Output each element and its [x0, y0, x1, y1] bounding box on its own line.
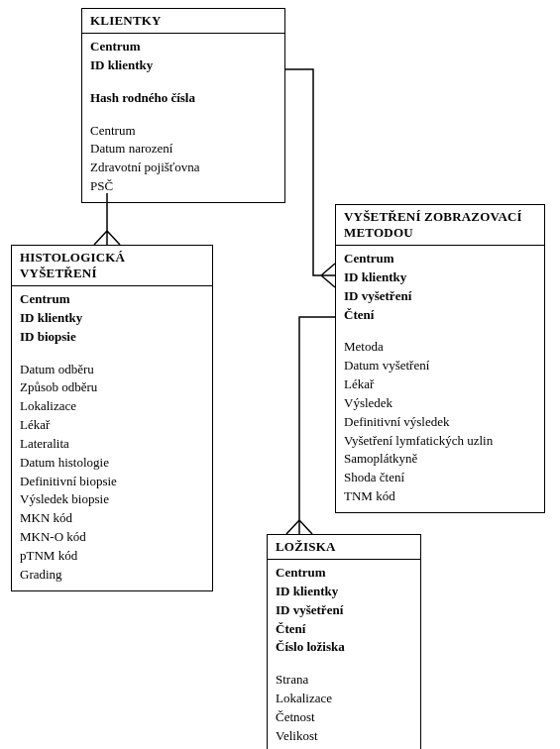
attr-field: Datum vyšetření: [344, 357, 536, 375]
attr-field: Četnost: [276, 708, 412, 727]
key-field: Čtení: [276, 620, 412, 639]
attr-field: Datum narození: [90, 140, 277, 159]
er-diagram: KLIENTKY Centrum ID klientky Hash rodnéh…: [0, 0, 560, 749]
attr-field: Velikost: [276, 727, 412, 746]
key-field: ID klientky: [344, 268, 536, 287]
entity-body: Centrum ID klientky Hash rodného čísla C…: [82, 34, 284, 202]
key-field: Centrum: [276, 564, 412, 583]
attr-field: Strana: [276, 671, 412, 690]
key-field: ID vyšetření: [344, 287, 536, 306]
key-field: ID klientky: [20, 309, 204, 328]
entity-title: LOŽISKA: [268, 535, 420, 560]
attr-field: Samoplátkyně: [344, 450, 536, 469]
key-field: ID klientky: [276, 583, 412, 601]
key-field: ID klientky: [90, 56, 277, 75]
entity-histologicka: HISTOLOGICKÁ VYŠETŘENÍ Centrum ID klient…: [11, 245, 213, 591]
entity-body: Centrum ID klientky ID biopsie Datum odb…: [12, 286, 212, 590]
attr-field: Lékař: [344, 375, 536, 394]
attr-field: Lokalizace: [20, 397, 204, 416]
entity-body: Centrum ID klientky ID vyšetření Čtení Č…: [268, 560, 420, 749]
key-field: Čtení: [344, 306, 536, 325]
attr-field: Zdravotní pojišťovna: [90, 159, 277, 177]
entity-vysetreni: VYŠETŘENÍ ZOBRAZOVACÍ METODOU Centrum ID…: [335, 204, 545, 513]
attr-field: Způsob odběru: [20, 378, 204, 397]
attr-field: Výsledek: [344, 394, 536, 413]
entity-title: HISTOLOGICKÁ VYŠETŘENÍ: [12, 246, 212, 286]
attr-field: MKN kód: [20, 509, 204, 528]
attr-field: Vyšetření lymfatických uzlin: [344, 432, 536, 451]
entity-title: KLIENTKY: [82, 9, 284, 34]
attr-field: MKN-O kód: [20, 528, 204, 547]
attr-field: Lateralita: [20, 435, 204, 454]
key-field: Centrum: [90, 38, 277, 56]
attr-field: Grading: [20, 566, 204, 585]
key-field: Číslo ložiska: [276, 638, 412, 657]
entity-title: VYŠETŘENÍ ZOBRAZOVACÍ METODOU: [336, 205, 544, 246]
key-field: ID biopsie: [20, 328, 204, 347]
attr-field: pTNM kód: [20, 547, 204, 566]
key-field: ID vyšetření: [276, 601, 412, 620]
attr-field: Výsledek biopsie: [20, 490, 204, 509]
entity-loziska: LOŽISKA Centrum ID klientky ID vyšetření…: [267, 534, 421, 749]
key-field: Hash rodného čísla: [90, 89, 277, 108]
entity-body: Centrum ID klientky ID vyšetření Čtení M…: [336, 246, 544, 512]
attr-field: Lékař: [20, 416, 204, 435]
attr-field: Datum histologie: [20, 454, 204, 473]
attr-field: TNM kód: [344, 487, 536, 506]
attr-field: Shoda čtení: [344, 469, 536, 487]
entity-klientky: KLIENTKY Centrum ID klientky Hash rodnéh…: [81, 8, 285, 203]
attr-field: Definitivní výsledek: [344, 413, 536, 432]
attr-field: Definitivní biopsie: [20, 473, 204, 491]
attr-field: Metoda: [344, 338, 536, 357]
attr-field: PSČ: [90, 177, 277, 196]
key-field: Centrum: [344, 250, 536, 268]
attr-field: Centrum: [90, 122, 277, 141]
attr-field: Lokalizace: [276, 690, 412, 708]
key-field: Centrum: [20, 290, 204, 309]
attr-field: Datum odběru: [20, 361, 204, 379]
